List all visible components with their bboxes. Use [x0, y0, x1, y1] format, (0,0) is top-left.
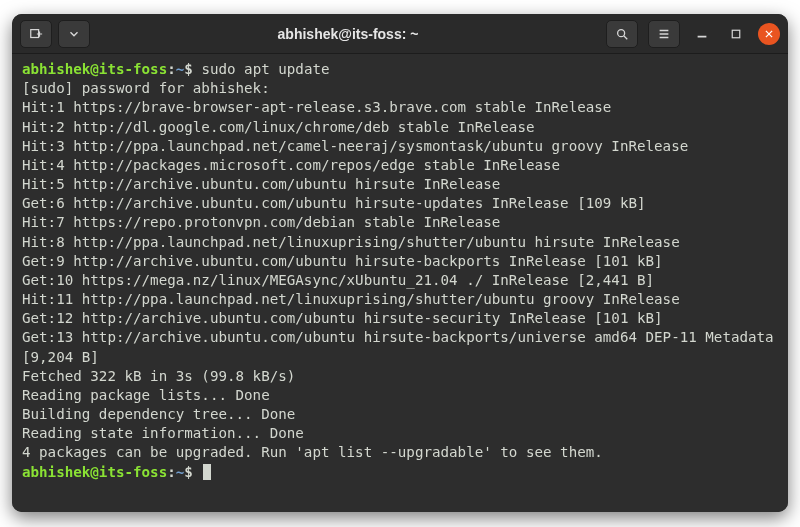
- window-title: abhishek@its-foss: ~: [96, 26, 600, 42]
- output-line: Hit:8 http://ppa.launchpad.net/linuxupri…: [22, 234, 680, 250]
- tabs-dropdown-button[interactable]: [58, 20, 90, 48]
- prompt-dollar: $: [184, 464, 193, 480]
- output-line: Hit:4 http://packages.microsoft.com/repo…: [22, 157, 560, 173]
- output-line: Fetched 322 kB in 3s (99.8 kB/s): [22, 368, 295, 384]
- close-button[interactable]: [758, 23, 780, 45]
- output-line: 4 packages can be upgraded. Run 'apt lis…: [22, 444, 603, 460]
- menu-button[interactable]: [648, 20, 680, 48]
- titlebar: abhishek@its-foss: ~: [12, 14, 788, 54]
- close-icon: [764, 29, 774, 39]
- output-line: Get:12 http://archive.ubuntu.com/ubuntu …: [22, 310, 663, 326]
- titlebar-left: [20, 20, 90, 48]
- output-line: Reading state information... Done: [22, 425, 304, 441]
- terminal-window: abhishek@its-foss: ~ abhishek@its-foss:~…: [12, 14, 788, 512]
- svg-rect-9: [732, 30, 740, 38]
- svg-point-3: [618, 29, 625, 36]
- prompt-line-1: abhishek@its-foss:~$ sudo apt update: [22, 61, 330, 77]
- svg-line-4: [624, 35, 628, 39]
- output-line: Hit:2 http://dl.google.com/linux/chrome/…: [22, 119, 535, 135]
- output-line: Hit:11 http://ppa.launchpad.net/linuxupr…: [22, 291, 680, 307]
- output-line: Hit:5 http://archive.ubuntu.com/ubuntu h…: [22, 176, 500, 192]
- output-line: Hit:7 https://repo.protonvpn.com/debian …: [22, 214, 500, 230]
- prompt-line-2: abhishek@its-foss:~$: [22, 464, 211, 480]
- maximize-icon: [730, 28, 742, 40]
- prompt-user: abhishek@its-foss: [22, 464, 167, 480]
- output-line: Get:13 http://archive.ubuntu.com/ubuntu …: [22, 329, 782, 364]
- titlebar-right: [606, 20, 780, 48]
- new-tab-icon: [29, 27, 43, 41]
- output-line: [sudo] password for abhishek:: [22, 80, 278, 96]
- output-line: Reading package lists... Done: [22, 387, 270, 403]
- minimize-button[interactable]: [690, 22, 714, 46]
- maximize-button[interactable]: [724, 22, 748, 46]
- prompt-colon: :: [167, 464, 176, 480]
- prompt-dollar: $: [184, 61, 193, 77]
- output-line: Get:6 http://archive.ubuntu.com/ubuntu h…: [22, 195, 646, 211]
- search-button[interactable]: [606, 20, 638, 48]
- output-line: Hit:3 http://ppa.launchpad.net/camel-nee…: [22, 138, 688, 154]
- output-line: Building dependency tree... Done: [22, 406, 295, 422]
- new-tab-button[interactable]: [20, 20, 52, 48]
- hamburger-icon: [657, 27, 671, 41]
- terminal-body[interactable]: abhishek@its-foss:~$ sudo apt update [su…: [12, 54, 788, 512]
- chevron-down-icon: [67, 27, 81, 41]
- output-line: Hit:1 https://brave-browser-apt-release.…: [22, 99, 611, 115]
- output-line: Get:10 https://mega.nz/linux/MEGAsync/xU…: [22, 272, 654, 288]
- cursor: [203, 464, 211, 480]
- minimize-icon: [695, 27, 709, 41]
- output-line: Get:9 http://archive.ubuntu.com/ubuntu h…: [22, 253, 663, 269]
- prompt-colon: :: [167, 61, 176, 77]
- prompt-user: abhishek@its-foss: [22, 61, 167, 77]
- command-text: sudo apt update: [193, 61, 330, 77]
- search-icon: [615, 27, 629, 41]
